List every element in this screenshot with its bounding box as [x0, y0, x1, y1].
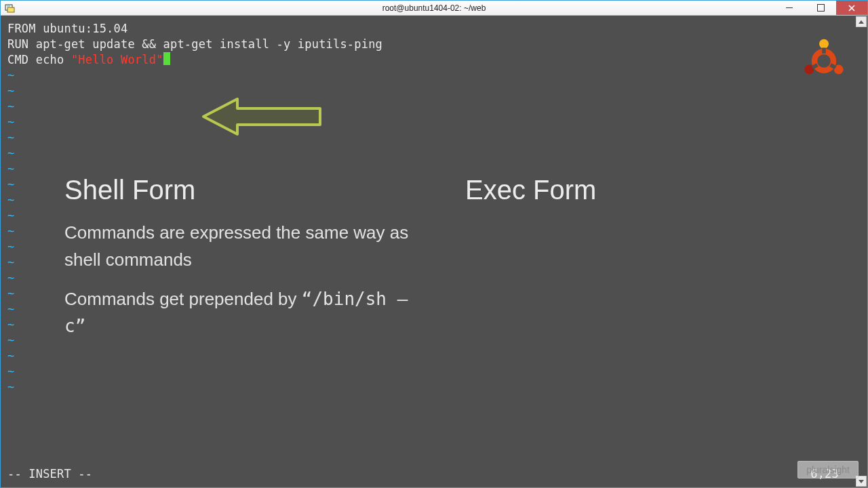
- code-string: "Hello World": [71, 53, 163, 66]
- maximize-button[interactable]: [805, 1, 836, 15]
- vim-tilde: ~: [7, 99, 861, 115]
- window-controls: [774, 1, 867, 15]
- arrow-annotation-icon: [197, 95, 326, 138]
- vim-tilde: ~: [7, 146, 861, 161]
- ubuntu-logo-icon: [800, 37, 848, 85]
- shell-form-column: Shell Form Commands are expressed the sa…: [64, 175, 417, 352]
- cursor: [163, 52, 170, 65]
- svg-point-4: [819, 39, 829, 49]
- titlebar: root@ubuntu1404-02: ~/web: [1, 1, 867, 16]
- svg-point-3: [814, 52, 833, 70]
- pluralsight-watermark: pluralsight: [797, 461, 859, 479]
- code-line: RUN apt-get update && apt-get install -y…: [7, 37, 861, 52]
- svg-rect-7: [822, 47, 826, 53]
- vim-tilde: ~: [7, 68, 861, 83]
- code-text: CMD echo: [7, 53, 71, 66]
- exec-form-heading: Exec Form: [465, 175, 750, 205]
- vim-tilde: ~: [7, 380, 861, 395]
- shell-form-heading: Shell Form: [64, 175, 417, 205]
- vim-tilde: ~: [7, 130, 861, 146]
- close-button[interactable]: [836, 1, 867, 15]
- code-line: CMD echo "Hello World": [7, 52, 861, 68]
- vim-mode-indicator: -- INSERT --: [7, 466, 92, 482]
- scrollbar-up-button[interactable]: [856, 16, 867, 27]
- text-span: Commands get prepended by: [64, 289, 302, 309]
- vim-tilde: ~: [7, 364, 861, 380]
- vim-tilde: ~: [7, 83, 861, 99]
- putty-app-icon: [5, 3, 16, 14]
- code-line: FROM ubuntu:15.04: [7, 21, 861, 37]
- vim-tilde: ~: [7, 115, 861, 130]
- minimize-button[interactable]: [774, 1, 805, 15]
- svg-rect-1: [7, 7, 14, 12]
- exec-form-column: Exec Form: [465, 175, 750, 219]
- shell-form-description-2: Commands get prepended by “/bin/sh –c”: [64, 285, 417, 340]
- shell-form-description-1: Commands are expressed the same way as s…: [64, 219, 417, 273]
- window-title: root@ubuntu1404-02: ~/web: [382, 3, 486, 13]
